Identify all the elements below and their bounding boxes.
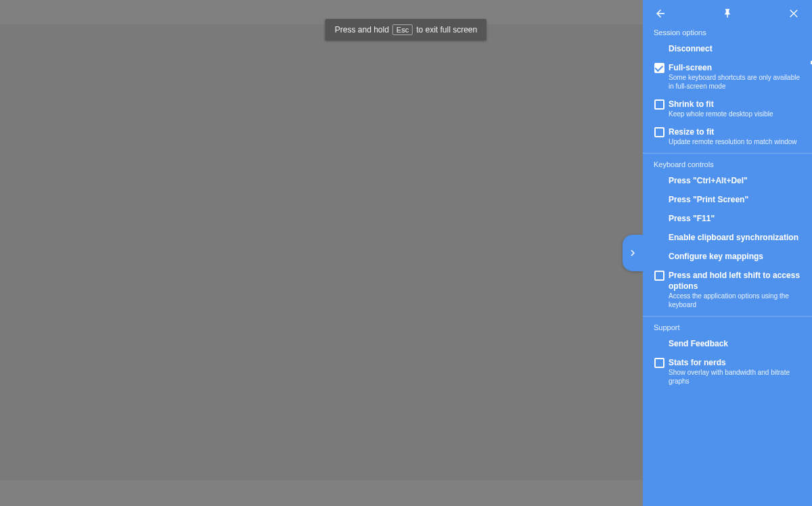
clipboard-label: Enable clipboard synchronization bbox=[669, 232, 801, 243]
shrink-title: Shrink to fit bbox=[669, 99, 801, 110]
left-shift-checkbox[interactable] bbox=[654, 271, 664, 281]
disconnect-button[interactable]: Disconnect bbox=[643, 39, 812, 58]
fullscreen-desc: Some keyboard shortcuts are only availab… bbox=[669, 73, 801, 91]
back-button[interactable] bbox=[651, 4, 670, 23]
session-options-label: Session options bbox=[643, 24, 812, 39]
close-button[interactable] bbox=[785, 4, 804, 23]
fullscreen-checkbox[interactable] bbox=[654, 63, 664, 73]
stats-option[interactable]: Stats for nerds Show overlay with bandwi… bbox=[643, 353, 812, 390]
chevron-right-icon bbox=[627, 247, 639, 259]
left-shift-title: Press and hold left shift to access opti… bbox=[669, 270, 801, 292]
resize-desc: Update remote resolution to match window bbox=[669, 137, 801, 146]
options-panel: Session options Disconnect Full-screen S… bbox=[643, 0, 812, 506]
divider bbox=[643, 316, 812, 317]
close-icon bbox=[788, 7, 800, 20]
ctrl-alt-del-label: Press "Ctrl+Alt+Del" bbox=[669, 175, 801, 186]
resize-title: Resize to fit bbox=[669, 127, 801, 137]
fullscreen-option[interactable]: Full-screen Some keyboard shortcuts are … bbox=[643, 58, 812, 95]
f11-label: Press "F11" bbox=[669, 213, 801, 224]
left-shift-desc: Access the application options using the… bbox=[669, 292, 801, 309]
shrink-option[interactable]: Shrink to fit Keep whole remote desktop … bbox=[643, 95, 812, 122]
stats-checkbox[interactable] bbox=[654, 358, 664, 368]
shrink-desc: Keep whole remote desktop visible bbox=[669, 110, 801, 118]
press-print-screen-button[interactable]: Press "Print Screen" bbox=[643, 190, 812, 209]
hint-suffix: to exit full screen bbox=[416, 25, 477, 34]
shrink-checkbox[interactable] bbox=[654, 99, 664, 110]
feedback-label: Send Feedback bbox=[669, 338, 801, 349]
configure-key-mappings-button[interactable]: Configure key mappings bbox=[643, 247, 812, 266]
fullscreen-title: Full-screen bbox=[669, 62, 801, 73]
divider bbox=[643, 153, 812, 154]
keymaps-label: Configure key mappings bbox=[669, 251, 801, 262]
enable-clipboard-button[interactable]: Enable clipboard synchronization bbox=[643, 228, 812, 247]
pin-icon bbox=[721, 7, 734, 20]
stats-title: Stats for nerds bbox=[669, 357, 801, 368]
pin-button[interactable] bbox=[718, 4, 737, 23]
arrow-left-icon bbox=[654, 7, 667, 20]
support-label: Support bbox=[643, 319, 812, 334]
print-screen-label: Press "Print Screen" bbox=[669, 194, 801, 205]
press-ctrl-alt-del-button[interactable]: Press "Ctrl+Alt+Del" bbox=[643, 171, 812, 190]
left-shift-option[interactable]: Press and hold left shift to access opti… bbox=[643, 266, 812, 313]
panel-toggle-tab[interactable] bbox=[623, 235, 643, 271]
resize-option[interactable]: Resize to fit Update remote resolution t… bbox=[643, 122, 812, 150]
keyboard-controls-label: Keyboard controls bbox=[643, 156, 812, 171]
fullscreen-hint: Press and hold Esc to exit full screen bbox=[325, 19, 487, 41]
resize-checkbox[interactable] bbox=[654, 127, 664, 137]
panel-header bbox=[643, 0, 812, 24]
stats-desc: Show overlay with bandwidth and bitrate … bbox=[669, 368, 801, 386]
send-feedback-button[interactable]: Send Feedback bbox=[643, 334, 812, 353]
hint-prefix: Press and hold bbox=[335, 25, 389, 34]
disconnect-label: Disconnect bbox=[669, 43, 801, 54]
esc-key-label: Esc bbox=[392, 24, 413, 35]
press-f11-button[interactable]: Press "F11" bbox=[643, 209, 812, 228]
